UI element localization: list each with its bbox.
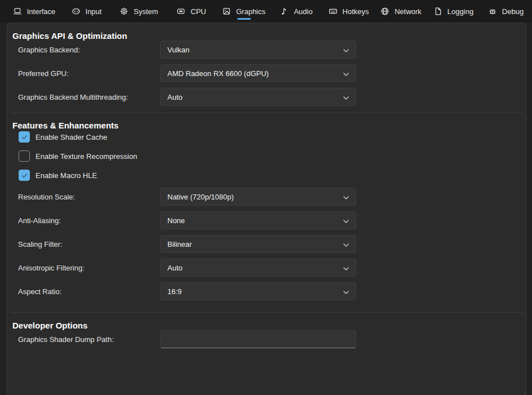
preferred-gpu-row: Preferred GPU: AMD Radeon RX 6600 (dGPU) xyxy=(18,64,356,82)
tab-label: Network xyxy=(394,7,422,16)
checkbox-label: Enable Shader Cache xyxy=(36,133,107,141)
dropdown-value: AMD Radeon RX 6600 (dGPU) xyxy=(167,69,269,78)
preferred-gpu-label: Preferred GPU: xyxy=(18,69,160,78)
globe-icon xyxy=(380,7,389,16)
checkbox-label: Enable Texture Recompression xyxy=(36,152,137,161)
tab-audio[interactable]: Audio xyxy=(270,0,322,23)
cpu-chip-icon xyxy=(176,7,185,16)
backend-multithreading-dropdown[interactable]: Auto xyxy=(160,88,356,106)
tab-label: System xyxy=(134,7,158,16)
dropdown-value: None xyxy=(167,216,185,225)
scaling-filter-dropdown[interactable]: Bilinear xyxy=(160,235,356,253)
tab-network[interactable]: Network xyxy=(375,0,427,23)
texture-recompression-row: Enable Texture Recompression xyxy=(19,149,137,163)
chevron-down-icon xyxy=(343,263,349,273)
chevron-down-icon xyxy=(343,286,349,296)
aspect-ratio-label: Aspect Ratio: xyxy=(18,287,160,296)
scaling-filter-label: Scaling Filter: xyxy=(18,240,160,248)
shader-dump-path-input[interactable] xyxy=(160,330,356,348)
tab-label: Input xyxy=(86,7,102,16)
dropdown-value: Auto xyxy=(167,264,183,272)
dropdown-value: Native (720p/1080p) xyxy=(167,193,234,201)
resolution-scale-dropdown[interactable]: Native (720p/1080p) xyxy=(160,188,356,206)
aspect-ratio-row: Aspect Ratio: 16:9 xyxy=(18,282,356,300)
picture-icon xyxy=(222,7,231,16)
dropdown-value: Auto xyxy=(167,93,183,101)
gear-icon xyxy=(119,7,128,16)
interface-icon xyxy=(13,7,22,16)
section-title-features: Features & Enhancements xyxy=(12,121,118,130)
tab-logging[interactable]: Logging xyxy=(427,0,480,23)
gamepad-icon xyxy=(72,7,81,16)
backend-multithreading-label: Graphics Backend Multithreading: xyxy=(18,93,160,101)
tab-graphics[interactable]: Graphics xyxy=(218,0,270,23)
graphics-settings-panel: Graphics API & Optimization Graphics Bac… xyxy=(7,23,526,395)
macro-hle-checkbox[interactable] xyxy=(19,170,30,181)
resolution-scale-row: Resolution Scale: Native (720p/1080p) xyxy=(18,188,356,206)
backend-multithreading-row: Graphics Backend Multithreading: Auto xyxy=(18,88,356,106)
document-icon xyxy=(433,7,442,16)
dropdown-value: Vulkan xyxy=(167,46,189,54)
graphics-backend-dropdown[interactable]: Vulkan xyxy=(160,41,356,59)
tab-system[interactable]: System xyxy=(113,0,165,23)
keyboard-icon xyxy=(329,7,338,16)
graphics-backend-label: Graphics Backend: xyxy=(18,46,160,54)
tab-label: Graphics xyxy=(236,7,265,16)
tab-hotkeys[interactable]: Hotkeys xyxy=(322,0,375,23)
shader-dump-path-label: Graphics Shader Dump Path: xyxy=(18,335,160,344)
tab-label: Audio xyxy=(294,7,312,16)
texture-recompression-checkbox[interactable] xyxy=(19,150,30,162)
tab-debug[interactable]: Debug xyxy=(480,0,532,23)
macro-hle-row: Enable Macro HLE xyxy=(19,168,97,182)
bug-icon xyxy=(488,7,497,16)
tab-interface[interactable]: Interface xyxy=(8,0,60,23)
chevron-down-icon xyxy=(343,192,349,202)
preferred-gpu-dropdown[interactable]: AMD Radeon RX 6600 (dGPU) xyxy=(160,64,356,82)
shader-cache-row: Enable Shader Cache xyxy=(19,130,107,144)
section-divider xyxy=(11,312,523,313)
anisotropic-filtering-label: Anisotropic Filtering: xyxy=(18,264,160,272)
anti-aliasing-row: Anti-Aliasing: None xyxy=(18,211,356,229)
chevron-down-icon xyxy=(343,239,349,249)
resolution-scale-label: Resolution Scale: xyxy=(18,193,160,201)
dropdown-value: Bilinear xyxy=(167,240,192,248)
anisotropic-filtering-row: Anisotropic Filtering: Auto xyxy=(18,259,356,277)
chevron-down-icon xyxy=(343,68,349,78)
anti-aliasing-label: Anti-Aliasing: xyxy=(18,216,160,225)
chevron-down-icon xyxy=(343,45,349,55)
tab-label: CPU xyxy=(190,7,206,16)
dropdown-value: 16:9 xyxy=(167,287,181,296)
tab-cpu[interactable]: CPU xyxy=(165,0,218,23)
music-note-icon xyxy=(280,7,289,16)
checkbox-label: Enable Macro HLE xyxy=(36,171,97,180)
tab-label: Debug xyxy=(502,7,524,16)
tab-label: Interface xyxy=(27,7,56,16)
settings-tab-bar: Interface Input System CPU Graphics xyxy=(0,0,532,23)
anti-aliasing-dropdown[interactable]: None xyxy=(160,211,356,229)
tab-label: Logging xyxy=(447,7,473,16)
graphics-backend-row: Graphics Backend: Vulkan xyxy=(18,41,356,59)
section-title-developer: Developer Options xyxy=(12,321,87,330)
shader-dump-path-row: Graphics Shader Dump Path: xyxy=(18,330,356,348)
tab-label: Hotkeys xyxy=(343,7,369,16)
chevron-down-icon xyxy=(343,215,349,225)
anisotropic-filtering-dropdown[interactable]: Auto xyxy=(160,259,356,277)
scaling-filter-row: Scaling Filter: Bilinear xyxy=(18,235,356,253)
aspect-ratio-dropdown[interactable]: 16:9 xyxy=(160,282,356,300)
section-title-api: Graphics API & Optimization xyxy=(12,31,127,41)
tab-input[interactable]: Input xyxy=(60,0,113,23)
active-tab-underline xyxy=(237,18,251,20)
shader-cache-checkbox[interactable] xyxy=(19,131,30,143)
chevron-down-icon xyxy=(343,92,349,102)
section-divider xyxy=(11,113,523,113)
